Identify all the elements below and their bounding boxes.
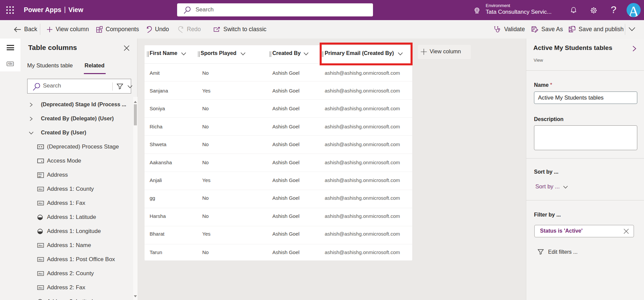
svg-text:Abc: Abc (38, 188, 43, 191)
svg-text:Abc: Abc (38, 258, 43, 261)
svg-text:def: def (38, 175, 41, 177)
svg-text:Abc: Abc (38, 173, 42, 175)
svg-text:Abc: Abc (38, 272, 43, 275)
svg-text:Abc: Abc (38, 244, 43, 247)
svg-text:Abc: Abc (38, 286, 43, 289)
svg-text:Abc: Abc (38, 202, 43, 205)
